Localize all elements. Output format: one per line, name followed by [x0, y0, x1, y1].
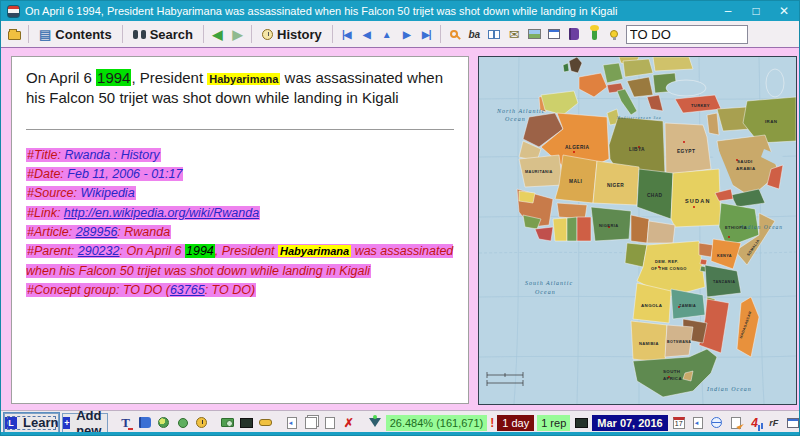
capture-button[interactable] [220, 415, 236, 431]
country-label-drc: DEM. REP. [655, 259, 679, 264]
meta-article-line: #Article: 289956: Rwanda [26, 223, 454, 242]
last-element-button[interactable]: ▶| [418, 26, 435, 43]
web-button[interactable] [709, 415, 725, 431]
dark-screen-icon [240, 418, 253, 428]
close-button[interactable]: ✕ [777, 1, 791, 21]
tasklist-button[interactable] [586, 26, 603, 43]
delete-button[interactable]: ✗ [341, 415, 357, 431]
duplicate-button[interactable] [303, 415, 319, 431]
separator [122, 25, 123, 43]
export-button[interactable] [690, 415, 706, 431]
country-label-botswana: BOTSWANA [667, 340, 691, 344]
meta-concept-text: : TO DO) [205, 283, 255, 297]
hint-button[interactable] [606, 26, 623, 43]
country-label-namibia: NAMIBIA [639, 341, 659, 346]
window-title: On April 6 1994, President Habyarimana w… [25, 5, 716, 17]
blue-globe-icon [711, 417, 722, 428]
add-new-button[interactable]: + Add new [62, 413, 107, 433]
font-button[interactable]: ba [466, 26, 483, 43]
meta-date-line: #Date: Feb 11, 2006 - 01:17 [26, 165, 454, 184]
mail-button[interactable]: ✉ [506, 26, 523, 43]
forward-button[interactable]: ▶ [229, 26, 246, 43]
add-new-icon: + [63, 417, 70, 429]
article-id-link[interactable]: 289956 [76, 225, 118, 239]
zoom-button[interactable] [446, 26, 463, 43]
history-button[interactable]: History [257, 25, 327, 44]
edit-pencil-icon [731, 417, 741, 429]
paste-button[interactable] [322, 415, 338, 431]
todo-input[interactable] [626, 25, 748, 44]
funnel-icon [369, 418, 381, 427]
separator [332, 25, 333, 43]
statistics-button[interactable]: 4 [747, 415, 763, 431]
contents-icon: ▤ [39, 27, 51, 42]
minimize-button[interactable]: – [721, 1, 735, 21]
sphere-button[interactable] [175, 415, 191, 431]
image-button[interactable] [526, 26, 543, 43]
open-file-button[interactable] [6, 26, 23, 43]
country-label-drc-2: OF THE CONGO [651, 266, 687, 271]
next-review-date: Mar 07, 2016 [592, 415, 667, 431]
window-layout-icon [548, 29, 560, 39]
nav-first-icon: |◀ [342, 29, 351, 40]
ocean-label-north-atlantic-2: Ocean [505, 116, 526, 122]
read-button[interactable] [486, 26, 503, 43]
concept-id-link[interactable]: 63765 [170, 283, 205, 297]
country-label-egypt: EGYPT [677, 149, 695, 154]
country-label-ethiopia: ETHIOPIA [725, 225, 747, 230]
meta-concept-line: #Concept group: TO DO (63765: TO DO) [26, 281, 454, 300]
nav-up-icon: ▲ [382, 29, 391, 40]
ocean-label-north-atlantic: North Atlantic [496, 108, 545, 114]
monitor-button[interactable] [573, 415, 589, 431]
ocean-label-south-atlantic: South Atlantic [525, 280, 573, 286]
separator [203, 25, 204, 43]
country-label-nigeria: NIGERIA [599, 223, 618, 228]
country-label-tanzania: TANZANIA [713, 280, 735, 284]
duplicate-pages-icon [305, 417, 317, 429]
back-button[interactable]: ◀ [209, 26, 226, 43]
text-format-button[interactable]: T [118, 415, 134, 431]
binoculars-icon [133, 30, 146, 39]
edit-button[interactable] [728, 415, 744, 431]
timer-button[interactable] [194, 415, 210, 431]
search-button[interactable]: Search [128, 25, 198, 44]
calendar-button[interactable]: 17 [671, 415, 687, 431]
history-label: History [277, 27, 322, 42]
parent-id-link[interactable]: 290232 [78, 244, 120, 258]
highlight-button[interactable] [258, 415, 274, 431]
magnifier-icon [450, 30, 458, 38]
separator [251, 25, 252, 43]
green-ball-icon [178, 418, 188, 428]
nav-prev-icon: ◀ [363, 29, 370, 40]
formula-button[interactable]: rF [766, 415, 782, 431]
metadata-block: #Title: Rwanda : History #Date: Feb 11, … [26, 146, 454, 301]
meta-parent-text: , President [215, 244, 278, 258]
copy-button[interactable] [284, 415, 300, 431]
country-label-algeria: ALGERIA [565, 145, 590, 150]
dictionary-button[interactable] [566, 26, 583, 43]
fullscreen-button[interactable] [239, 415, 255, 431]
learn-button[interactable]: L Learn [4, 413, 59, 433]
next-element-button[interactable]: ▶ [398, 26, 415, 43]
separator [440, 25, 441, 43]
first-element-button[interactable]: |◀ [338, 26, 355, 43]
knowledge-tree-button[interactable] [156, 415, 172, 431]
layout-button[interactable] [546, 26, 563, 43]
copy-page-icon [287, 417, 297, 429]
bottom-toolbar: L Learn + Add new T ✗ 26.484% (161,671) … [1, 410, 800, 434]
heading-text: On April 6 [26, 69, 96, 86]
meta-parent-label: #Parent: [27, 244, 74, 258]
nav-last-icon: ▶| [422, 29, 431, 40]
learn-label: Learn [23, 415, 58, 430]
window-button[interactable] [785, 415, 800, 431]
picture-icon [528, 29, 541, 39]
prev-element-button[interactable]: ◀ [358, 26, 375, 43]
article-panel[interactable]: On April 6 1994, President Habyarimana w… [11, 56, 469, 404]
country-label-mauritania: MAURITANIA [525, 170, 553, 174]
wikipedia-link[interactable]: http://en.wikipedia.org/wiki/Rwanda [64, 206, 259, 220]
notes-button[interactable] [137, 415, 153, 431]
parent-element-button[interactable]: ▲ [378, 26, 395, 43]
contents-button[interactable]: ▤ Contents [34, 25, 117, 44]
filter-button[interactable] [367, 415, 383, 431]
maximize-button[interactable]: □ [749, 1, 763, 21]
